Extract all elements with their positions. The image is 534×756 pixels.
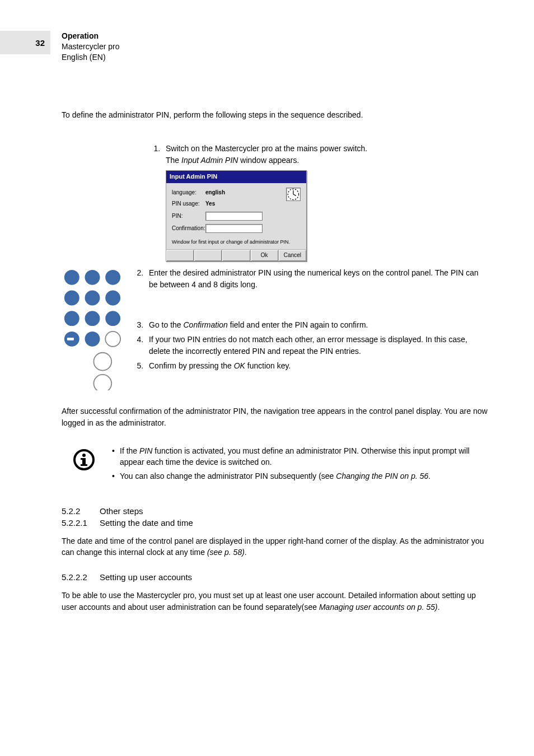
after-confirmation-text: After successful confirmation of the adm… xyxy=(62,405,489,428)
section-5-2-2-heading: 5.2.2 Other steps xyxy=(62,506,489,516)
info-icon xyxy=(73,449,95,473)
dialog-blank-btn-3[interactable] xyxy=(222,250,250,262)
section-5-2-2-1-heading: 5.2.2.1 Setting the date and time xyxy=(62,518,489,528)
header-product: Mastercycler pro xyxy=(62,42,119,51)
svg-point-19 xyxy=(82,454,86,457)
svg-point-15 xyxy=(105,332,120,347)
step-1: Switch on the Mastercycler pro at the ma… xyxy=(162,143,489,262)
svg-point-5 xyxy=(105,270,120,285)
info-note: If the PIN function is activated, you mu… xyxy=(62,445,489,484)
svg-point-4 xyxy=(85,270,100,285)
svg-rect-21 xyxy=(81,458,84,460)
dialog-title: Input Admin PIN xyxy=(166,171,306,183)
svg-point-14 xyxy=(85,332,100,347)
confirmation-input[interactable] xyxy=(205,224,263,233)
step-3: Go to the Confirmation field and enter t… xyxy=(146,319,489,330)
time-icon xyxy=(286,188,301,201)
svg-point-7 xyxy=(85,291,100,306)
page-header: Operation Mastercycler pro English (EN) xyxy=(62,31,119,63)
svg-rect-22 xyxy=(81,464,87,466)
svg-point-9 xyxy=(64,311,79,326)
dialog-cancel-btn[interactable]: Cancel xyxy=(279,250,306,262)
page-number: 32 xyxy=(35,38,45,48)
dialog-ok-btn[interactable]: Ok xyxy=(251,250,279,262)
section-5-2-2-1-body: The date and time of the control panel a… xyxy=(62,535,489,558)
page-number-tab: 32 xyxy=(0,31,50,54)
svg-line-2 xyxy=(293,194,296,195)
input-admin-pin-dialog: Input Admin PIN language: english PIN us… xyxy=(166,170,307,262)
svg-rect-13 xyxy=(67,338,74,340)
numeric-keypad-illustration xyxy=(62,267,123,392)
step-5: Confirm by pressing the OK function key. xyxy=(146,360,489,371)
svg-point-16 xyxy=(93,353,111,371)
svg-point-17 xyxy=(93,375,111,390)
pin-input[interactable] xyxy=(205,212,263,221)
info-item-2: You can also change the administrator PI… xyxy=(112,470,489,482)
header-chapter: Operation xyxy=(62,31,99,40)
section-5-2-2-2-heading: 5.2.2.2 Setting up user accounts xyxy=(62,572,489,582)
info-item-1: If the PIN function is activated, you mu… xyxy=(112,445,489,468)
step-2: Enter the desired administrator PIN usin… xyxy=(146,267,489,290)
dialog-blank-btn-1[interactable] xyxy=(166,250,194,262)
svg-point-8 xyxy=(105,291,120,306)
svg-point-10 xyxy=(85,311,100,326)
dialog-blank-btn-2[interactable] xyxy=(194,250,222,262)
section-5-2-2-2-body: To be able to use the Mastercycler pro, … xyxy=(62,590,489,613)
svg-point-6 xyxy=(64,291,79,306)
header-language: English (EN) xyxy=(62,53,106,62)
svg-point-3 xyxy=(64,270,79,285)
intro-text: To define the administrator PIN, perform… xyxy=(62,109,489,120)
step-4: If your two PIN entries do not match eac… xyxy=(146,334,489,357)
svg-point-11 xyxy=(105,311,120,326)
